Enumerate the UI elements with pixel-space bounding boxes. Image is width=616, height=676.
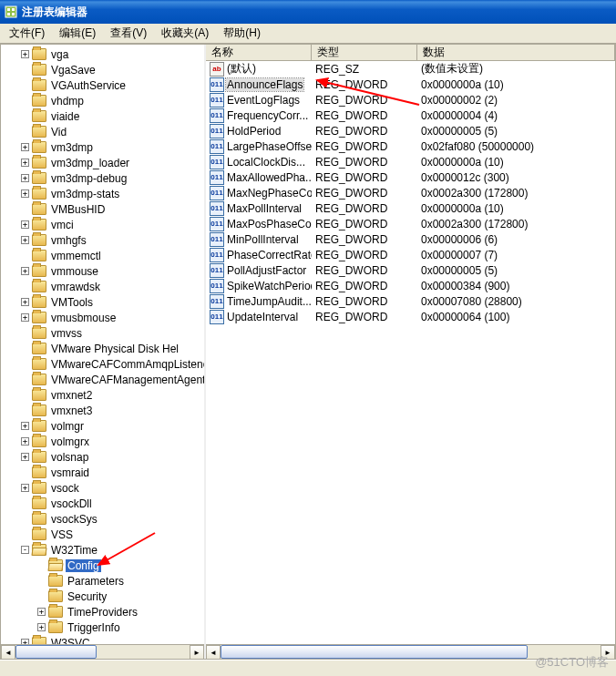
- tree-node[interactable]: Security: [8, 589, 204, 604]
- tree-node[interactable]: +vmhgfs: [8, 232, 204, 248]
- expand-icon[interactable]: +: [37, 608, 46, 616]
- tree-node[interactable]: VMwareCAFCommAmqpListene: [8, 356, 204, 372]
- tree-node[interactable]: +TimeProviders: [8, 604, 204, 620]
- tree-hscroll[interactable]: ◄ ►: [1, 644, 204, 659]
- registry-value-row[interactable]: ab(默认)REG_SZ(数值未设置): [206, 61, 615, 77]
- menu-help[interactable]: 帮助(H): [216, 24, 268, 43]
- tree-node[interactable]: VSS: [8, 527, 204, 542]
- registry-value-row[interactable]: 011PhaseCorrectRateREG_DWORD0x00000007 (…: [206, 247, 615, 262]
- registry-value-row[interactable]: 011LargePhaseOffsetREG_DWORD0x02faf080 (…: [206, 138, 615, 154]
- tree-node[interactable]: VgaSave: [8, 62, 204, 77]
- tree-node[interactable]: +volmgr: [8, 418, 204, 434]
- tree-node[interactable]: vsmraid: [8, 465, 204, 480]
- tree-node[interactable]: VMwareCAFManagementAgent: [8, 372, 204, 387]
- tree-node[interactable]: VMBusHID: [8, 201, 204, 217]
- expand-icon[interactable]: +: [21, 174, 29, 182]
- tree-node[interactable]: +TriggerInfo: [8, 620, 204, 635]
- scroll-left-icon[interactable]: ◄: [206, 645, 221, 660]
- tree-node[interactable]: vmxnet2: [8, 387, 204, 403]
- registry-value-row[interactable]: 011MaxAllowedPha...REG_DWORD0x0000012c (…: [206, 169, 615, 185]
- tree-node[interactable]: vmmemctl: [8, 248, 204, 263]
- expand-icon[interactable]: +: [21, 298, 29, 306]
- registry-value-row[interactable]: 011HoldPeriodREG_DWORD0x00000005 (5): [206, 123, 615, 138]
- registry-value-row[interactable]: 011AnnounceFlagsREG_DWORD0x0000000a (10): [206, 77, 615, 92]
- menu-view[interactable]: 查看(V): [103, 24, 154, 43]
- tree-node[interactable]: vhdmp: [8, 93, 204, 108]
- tree[interactable]: +vgaVgaSaveVGAuthServicevhdmpviaideVid+v…: [1, 45, 204, 659]
- tree-node[interactable]: +vsock: [8, 480, 204, 496]
- node-label: vmmouse: [49, 265, 100, 278]
- cell-name: 011PollAdjustFactor: [206, 263, 312, 278]
- tree-node[interactable]: +vga: [8, 46, 204, 62]
- menu-file[interactable]: 文件(F): [2, 24, 52, 43]
- registry-value-row[interactable]: 011MinPollIntervalREG_DWORD0x00000006 (6…: [206, 231, 615, 247]
- expand-icon[interactable]: +: [21, 313, 29, 322]
- registry-value-row[interactable]: 011UpdateIntervalREG_DWORD0x00000064 (10…: [206, 309, 615, 324]
- expand-icon[interactable]: +: [21, 236, 29, 244]
- list-body[interactable]: ab(默认)REG_SZ(数值未设置)011AnnounceFlagsREG_D…: [206, 61, 615, 644]
- col-header-type[interactable]: 类型: [312, 45, 417, 60]
- tree-node[interactable]: Parameters: [8, 573, 204, 589]
- expand-icon[interactable]: +: [21, 437, 29, 446]
- folder-icon: [32, 95, 46, 107]
- registry-value-row[interactable]: 011EventLogFlagsREG_DWORD0x00000002 (2): [206, 92, 615, 108]
- expand-icon[interactable]: +: [21, 220, 29, 229]
- expand-icon[interactable]: +: [21, 189, 29, 198]
- tree-node[interactable]: +vm3dmp-debug: [8, 170, 204, 186]
- app-icon: [4, 5, 18, 19]
- expand-icon[interactable]: +: [37, 623, 46, 631]
- expand-icon[interactable]: +: [21, 50, 29, 58]
- expand-icon[interactable]: +: [21, 267, 29, 275]
- expand-icon[interactable]: +: [21, 422, 29, 430]
- menu-favorites[interactable]: 收藏夹(A): [154, 24, 216, 43]
- menu-edit[interactable]: 编辑(E): [52, 24, 103, 43]
- cell-name: 011MaxPosPhaseCo...: [206, 217, 312, 231]
- tree-node[interactable]: vmvss: [8, 325, 204, 341]
- tree-node[interactable]: +VMTools: [8, 294, 204, 310]
- tree-node[interactable]: vsockDll: [8, 496, 204, 511]
- registry-value-row[interactable]: 011FrequencyCorr...REG_DWORD0x00000004 (…: [206, 108, 615, 123]
- tree-node[interactable]: +vmmouse: [8, 263, 204, 279]
- registry-value-row[interactable]: 011LocalClockDis...REG_DWORD0x0000000a (…: [206, 154, 615, 169]
- scroll-track[interactable]: [97, 645, 190, 659]
- col-header-name[interactable]: 名称: [206, 45, 312, 60]
- folder-icon: [32, 451, 46, 463]
- tree-node[interactable]: -W32Time: [8, 542, 204, 558]
- tree-node[interactable]: vmxnet3: [8, 403, 204, 418]
- expand-icon[interactable]: +: [21, 453, 29, 461]
- cell-data: 0x00000006 (6): [417, 233, 615, 246]
- tree-node[interactable]: VMware Physical Disk Hel: [8, 341, 204, 356]
- expand-icon[interactable]: +: [21, 159, 29, 167]
- tree-node[interactable]: Config: [8, 558, 204, 573]
- col-header-data[interactable]: 数据: [417, 45, 615, 60]
- titlebar[interactable]: 注册表编辑器: [0, 0, 616, 24]
- tree-node[interactable]: vsockSys: [8, 511, 204, 527]
- registry-value-row[interactable]: 011MaxNegPhaseCo...REG_DWORD0x0002a300 (…: [206, 185, 615, 200]
- tree-node[interactable]: VGAuthService: [8, 77, 204, 93]
- tree-node[interactable]: +vmusbmouse: [8, 310, 204, 325]
- expand-icon[interactable]: +: [21, 484, 29, 492]
- scroll-thumb[interactable]: [221, 645, 528, 659]
- binary-value-icon: 011: [210, 124, 224, 138]
- tree-node[interactable]: Vid: [8, 124, 204, 139]
- registry-value-row[interactable]: 011MaxPosPhaseCo...REG_DWORD0x0002a300 (…: [206, 216, 615, 231]
- tree-node[interactable]: +volmgrx: [8, 434, 204, 449]
- tree-node[interactable]: vmrawdsk: [8, 279, 204, 294]
- tree-node[interactable]: +vmci: [8, 217, 204, 232]
- collapse-icon[interactable]: -: [21, 546, 29, 554]
- scroll-left-icon[interactable]: ◄: [1, 645, 15, 659]
- expand-icon[interactable]: +: [21, 143, 29, 151]
- registry-value-row[interactable]: 011SpikeWatchPeriodREG_DWORD0x00000384 (…: [206, 278, 615, 293]
- registry-value-row[interactable]: 011PollAdjustFactorREG_DWORD0x00000005 (…: [206, 262, 615, 278]
- registry-value-row[interactable]: 011TimeJumpAudit...REG_DWORD0x00007080 (…: [206, 293, 615, 309]
- registry-value-row[interactable]: 011MaxPollIntervalREG_DWORD0x0000000a (1…: [206, 200, 615, 216]
- tree-node[interactable]: +vm3dmp_loader: [8, 155, 204, 170]
- tree-node[interactable]: +volsnap: [8, 449, 204, 465]
- scroll-thumb[interactable]: [15, 645, 97, 659]
- tree-node[interactable]: +vm3dmp-stats: [8, 186, 204, 201]
- scroll-right-icon[interactable]: ►: [190, 645, 204, 659]
- folder-icon: [32, 327, 46, 339]
- tree-node[interactable]: viaide: [8, 108, 204, 124]
- tree-node[interactable]: +vm3dmp: [8, 139, 204, 155]
- node-label: Config: [66, 559, 101, 572]
